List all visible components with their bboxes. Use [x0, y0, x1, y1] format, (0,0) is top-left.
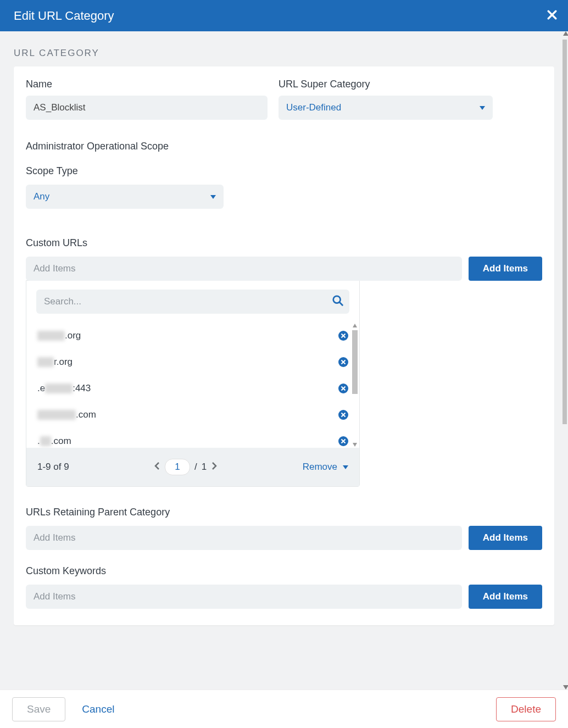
- pager-remove-button[interactable]: Remove: [303, 462, 348, 473]
- svg-line-1: [339, 302, 343, 305]
- super-category-select[interactable]: User-Defined: [279, 96, 493, 120]
- remove-item-icon[interactable]: [338, 410, 348, 420]
- scope-type-value: Any: [34, 191, 49, 202]
- url-list-panel: .org r.org.e :443 .com. .com 1-9 of 9 1 …: [26, 280, 360, 487]
- main-scrollbar[interactable]: [561, 31, 568, 690]
- retaining-input[interactable]: [26, 526, 462, 550]
- scrollbar-thumb[interactable]: [563, 40, 567, 424]
- url-list-scrollbar[interactable]: [352, 323, 358, 448]
- keywords-input[interactable]: [26, 585, 462, 609]
- section-title: URL CATEGORY: [0, 31, 568, 66]
- url-list-item: r.org: [37, 349, 348, 375]
- url-item-text: .com: [37, 409, 96, 420]
- delete-button[interactable]: Delete: [496, 697, 556, 721]
- remove-item-icon[interactable]: [338, 357, 348, 367]
- super-category-value: User-Defined: [286, 102, 341, 113]
- pager-prev-icon[interactable]: [154, 462, 160, 473]
- pager-separator: /: [194, 462, 197, 473]
- url-item-text: .org: [37, 330, 81, 341]
- url-list-item: . .com: [37, 428, 348, 448]
- url-search-box[interactable]: [36, 290, 349, 314]
- name-input[interactable]: [26, 96, 268, 120]
- url-item-text: r.org: [37, 357, 73, 368]
- keywords-label: Custom Keywords: [26, 565, 542, 577]
- super-category-label: URL Super Category: [279, 79, 493, 90]
- scope-type-label: Scope Type: [26, 165, 542, 177]
- scrollbar-thumb[interactable]: [352, 330, 358, 394]
- name-label: Name: [26, 79, 268, 90]
- retaining-add-button[interactable]: Add Items: [469, 526, 542, 550]
- chevron-down-icon: [477, 103, 485, 113]
- keywords-add-button[interactable]: Add Items: [469, 585, 542, 609]
- modal-title: Edit URL Category: [14, 9, 114, 23]
- svg-point-0: [333, 296, 341, 303]
- pager-page-input[interactable]: 1: [165, 459, 190, 475]
- scope-type-select[interactable]: Any: [26, 185, 224, 209]
- admin-scope-label: Administrator Operational Scope: [26, 141, 542, 152]
- cancel-button[interactable]: Cancel: [82, 703, 114, 715]
- custom-urls-add-button[interactable]: Add Items: [469, 257, 542, 281]
- pager-remove-label: Remove: [303, 462, 337, 473]
- pager-total: 1: [202, 462, 207, 473]
- save-button[interactable]: Save: [12, 697, 65, 721]
- footer: Save Cancel Delete: [0, 690, 568, 728]
- remove-item-icon[interactable]: [338, 384, 348, 393]
- url-list-item: .e :443: [37, 375, 348, 402]
- url-item-text: .e :443: [37, 383, 91, 394]
- card: Name URL Super Category User-Defined Adm…: [14, 66, 554, 625]
- search-icon[interactable]: [332, 294, 344, 309]
- chevron-down-icon: [341, 462, 348, 473]
- modal-header: Edit URL Category: [0, 0, 568, 31]
- close-icon[interactable]: [547, 9, 557, 23]
- url-search-input[interactable]: [44, 296, 332, 307]
- pager-next-icon[interactable]: [211, 462, 218, 473]
- url-list-item: .org: [37, 323, 348, 349]
- chevron-down-icon: [208, 192, 216, 202]
- remove-item-icon[interactable]: [338, 331, 348, 341]
- remove-item-icon[interactable]: [338, 436, 348, 446]
- main-content: URL CATEGORY Name URL Super Category Use…: [0, 31, 568, 690]
- retaining-label: URLs Retaining Parent Category: [26, 507, 542, 518]
- url-item-text: . .com: [37, 436, 71, 447]
- custom-urls-label: Custom URLs: [26, 237, 542, 249]
- url-list-item: .com: [37, 402, 348, 428]
- pager-range: 1-9 of 9: [37, 462, 69, 473]
- pager: 1-9 of 9 1 / 1 Remove: [26, 448, 359, 486]
- custom-urls-input[interactable]: [26, 257, 462, 281]
